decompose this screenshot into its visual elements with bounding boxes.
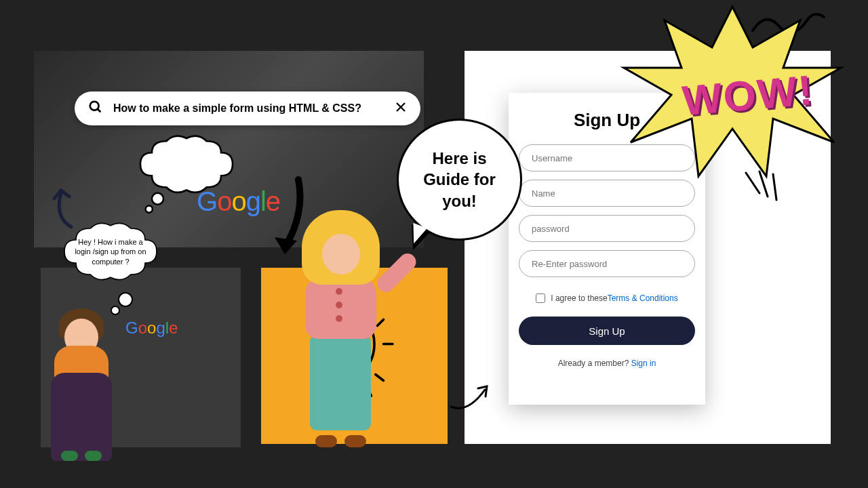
agree-text: I agree to these [551, 293, 607, 303]
thought-text: Hey ! How i make a login /sign up from o… [70, 237, 151, 266]
search-query-text: How to make a simple form using HTML & C… [113, 102, 395, 115]
repassword-field[interactable] [519, 250, 695, 277]
terms-checkbox-label[interactable]: I agree to these Terms & Conditions [519, 293, 695, 303]
svg-point-4 [152, 193, 163, 205]
form-footer: Already a member? Sign in [519, 359, 695, 368]
svg-point-6 [119, 293, 132, 306]
character-girl-orange [44, 305, 119, 461]
google-logo-small: Google [125, 319, 178, 338]
signup-button[interactable]: Sign Up [519, 317, 695, 345]
name-field[interactable] [519, 180, 695, 207]
thought-cloud-empty [129, 129, 244, 217]
svg-point-5 [146, 205, 153, 212]
search-icon [88, 100, 103, 117]
password-field[interactable] [519, 215, 695, 242]
svg-line-1 [98, 109, 101, 113]
speech-bubble-text: Here is Guide for you! [412, 148, 507, 211]
footer-prefix: Already a member? [558, 359, 631, 368]
signin-link[interactable]: Sign in [631, 359, 656, 368]
arrow-right-curved [448, 376, 495, 417]
search-bar[interactable]: How to make a simple form using HTML & C… [75, 92, 420, 125]
svg-point-0 [90, 102, 99, 110]
terms-checkbox[interactable] [536, 293, 545, 303]
close-icon[interactable] [395, 101, 407, 116]
terms-link[interactable]: Terms & Conditions [608, 293, 678, 303]
character-girl-yellow-hair [268, 210, 424, 454]
